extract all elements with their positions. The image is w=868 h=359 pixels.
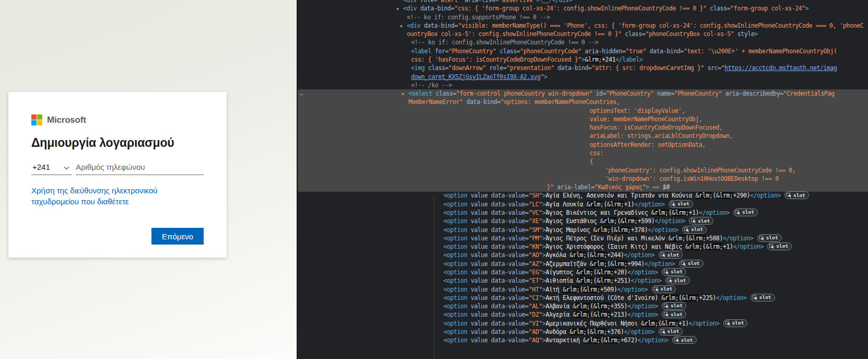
code-token-attr: value [467, 235, 488, 242]
slot-badge[interactable]: slot [672, 336, 697, 344]
code-line: down_caret_KXSZjGsyILZaoTf0sI9X-A2.svg"> [411, 73, 547, 81]
code-token-text: +509) [600, 286, 617, 293]
code-token-str: "VI" [529, 320, 542, 327]
code-token-ent: &lrm; [706, 243, 723, 250]
code-token-tag: <option [443, 277, 467, 284]
code-token-text: ( [600, 337, 604, 344]
slot-badge[interactable]: slot [689, 217, 713, 225]
collapsed-content-pill[interactable] [541, 0, 550, 3]
slot-badge[interactable]: slot [723, 319, 748, 327]
code-token-tag: <div [403, 5, 417, 12]
code-token-tag: </option> [631, 277, 662, 284]
code-token-tag: > [581, 56, 585, 63]
code-token-str: "css: { 'form-group col-xs-24': config.s… [454, 5, 707, 12]
slot-badge[interactable]: slot [682, 226, 707, 234]
code-token-str: 'phoneCountry': config.showInlinePhoneCo… [605, 167, 795, 174]
code-token-attr: data-value [488, 294, 525, 302]
reveal-slot-icon [725, 320, 731, 326]
code-token-text: ( [587, 251, 590, 259]
expand-arrow-icon[interactable]: ▼ [402, 90, 408, 99]
slot-badge[interactable]: slot [659, 251, 683, 259]
code-token-attr: role [417, 0, 434, 4]
code-token-str: "DZ" [529, 311, 542, 318]
slot-badge[interactable]: slot [662, 302, 686, 310]
slot-badge[interactable]: slot [767, 242, 792, 250]
code-token-str: "AO" [529, 251, 542, 259]
reveal-slot-icon [667, 277, 673, 283]
code-token-text: +376) [607, 328, 624, 335]
code-token-text: Άγιος Πέτρος (Σεν Πιέρ) και Μικελόν [546, 235, 668, 242]
expand-arrow-icon[interactable]: ▼ [400, 22, 407, 31]
slot-badge[interactable]: slot [668, 200, 693, 208]
code-token-attr: data-value [488, 217, 525, 225]
code-token-attr: src [704, 64, 718, 72]
code-token-text: Αλβανία [546, 303, 573, 310]
reveal-slot-icon [769, 244, 775, 249]
code-token-text: Αγία Λουκία [546, 201, 587, 208]
code-token-attr: role [486, 64, 503, 72]
microsoft-brand-text: Microsoft [47, 115, 86, 125]
slot-badge[interactable]: slot [679, 260, 703, 268]
code-token-tag: </option> [627, 311, 658, 318]
slot-badge[interactable]: slot [757, 234, 782, 242]
code-token-attr: data-value [488, 328, 525, 335]
resource-link[interactable]: down_caret_KXSZjGsyILZaoTf0sI9X-A2.svg [411, 73, 541, 80]
code-token-tag: <option [443, 328, 467, 335]
code-token-str: optionsText: 'displayValue', [590, 107, 685, 114]
code-token-str: 'win-dropdown': config.isWin10HostOOBEDe… [605, 175, 779, 182]
code-line: <!-- /ko --> [411, 81, 452, 89]
code-token-str: MemberNameError" [408, 98, 463, 106]
code-token-tag: </option> [634, 201, 665, 208]
code-line: <option value data-value="AQ">Ανταρκτική… [443, 336, 697, 344]
reveal-slot-icon [664, 269, 669, 275]
code-token-tag: <img [411, 64, 425, 72]
code-token-tag: <option [443, 303, 467, 310]
code-token-tag: <option [443, 320, 467, 327]
country-code-select[interactable]: +241 [31, 161, 72, 175]
code-token-ent: &rlm; [600, 217, 617, 225]
use-email-link[interactable]: Χρήση της διεύθυνσης ηλεκτρονικού ταχυδρ… [31, 185, 205, 207]
slot-badge[interactable]: slot [750, 294, 775, 302]
code-token-ent: &rlm; [668, 235, 686, 242]
code-token-ent: &rlm; [573, 303, 590, 310]
slot-badge[interactable]: slot [659, 328, 683, 335]
code-line: optionsAfterRender: setOptionData, [590, 141, 706, 149]
code-token-str: "LC" [529, 201, 542, 208]
slot-badge[interactable]: slot [733, 209, 758, 216]
code-token-tag: </option> [624, 251, 655, 259]
code-token-ent: &rlm; [569, 328, 587, 335]
code-token-tag: </option> [648, 226, 679, 234]
phone-number-input[interactable] [76, 161, 204, 175]
code-token-text: Αμερικανικές Παρθένοι Νήσοι [546, 320, 641, 327]
code-line: ▼<div data-bind="visible: memberNameType… [400, 21, 863, 30]
code-line: value: memberNamePhoneCountryObj, [590, 115, 702, 123]
next-button[interactable]: Επόμενο [151, 228, 204, 245]
slot-badge[interactable]: slot [662, 310, 686, 318]
code-token-text: Άγιος Ευστάθιος [546, 217, 600, 225]
node-menu-dots-icon[interactable]: … [300, 90, 303, 97]
code-token-ent: &lrm; [620, 217, 638, 225]
code-line: css: [590, 149, 603, 157]
devtools-elements-panel[interactable]: … <div role="alert" aria-live="assertive… [297, 0, 868, 359]
slot-badge-label: slot [674, 276, 686, 285]
code-token-attr: class [432, 90, 453, 97]
code-token-comment: <!-- ko if: config.showInlinePhoneCountr… [411, 39, 599, 46]
reveal-slot-icon [681, 261, 686, 267]
code-token-attr: data-bind [420, 22, 454, 29]
code-line: <option value data-value="AD">Ανδόρα &rl… [443, 328, 683, 336]
code-line: <div role="alert" aria-live="assertive">… [403, 0, 572, 4]
code-token-str: "assertive" [499, 0, 536, 4]
code-line: <label for="PhoneCountry" class="phoneCo… [411, 47, 837, 55]
slot-badge[interactable]: slot [662, 268, 686, 276]
code-token-attr: data-value [488, 209, 525, 216]
slot-badge[interactable]: slot [784, 191, 809, 199]
code-token-text: Ανδόρα [546, 328, 570, 335]
resource-link[interactable]: https://acctcdn.msftauth.net/imag [724, 64, 837, 72]
code-token-tag: </label> [615, 56, 642, 63]
slot-badge[interactable]: slot [665, 276, 690, 284]
expand-arrow-icon[interactable]: ▼ [396, 5, 403, 14]
code-token-text: +1) [723, 243, 733, 250]
code-token-attr: data-bind [463, 98, 497, 106]
code-token-ent: &lrm; [593, 303, 611, 310]
slot-badge[interactable]: slot [652, 285, 676, 293]
